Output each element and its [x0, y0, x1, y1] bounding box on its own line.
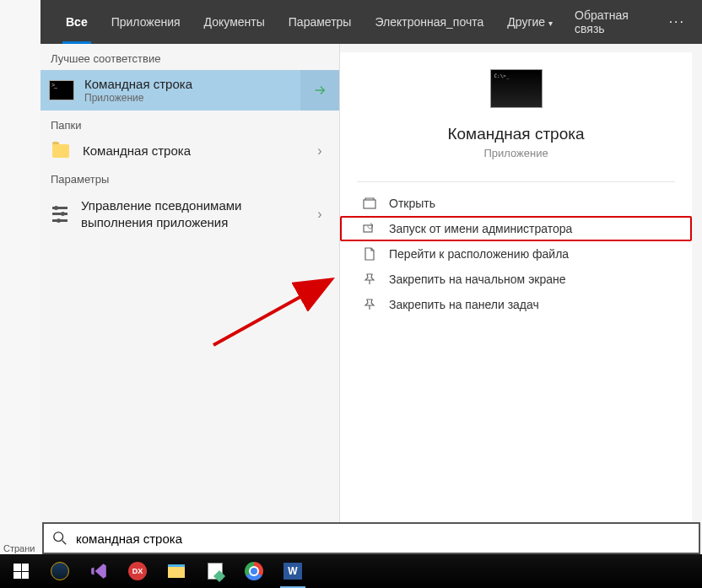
admin-shield-icon — [362, 222, 377, 235]
result-alias-settings[interactable]: Управление псевдонимами выполнения прило… — [40, 191, 339, 237]
action-pin-start[interactable]: Закрепить на начальном экране — [340, 267, 692, 292]
taskbar-app-word[interactable]: W — [273, 554, 312, 588]
tab-other[interactable]: Другие — [495, 0, 564, 44]
result-title: Управление псевдонимами выполнения прило… — [81, 197, 284, 230]
svg-line-4 — [62, 541, 67, 545]
result-folder-cmd[interactable]: Командная строка › — [40, 137, 339, 165]
section-best-match: Лучшее соответствие — [40, 44, 339, 70]
section-parameters: Параметры — [40, 165, 339, 191]
cmd-large-icon — [490, 69, 543, 108]
word-icon: W — [284, 563, 302, 580]
action-label: Закрепить на начальном экране — [389, 272, 566, 286]
preview-pane: Командная строка Приложение Открыть Запу… — [340, 52, 692, 544]
search-results-panel: Лучшее соответствие Командная строка При… — [40, 44, 702, 554]
action-label: Перейти к расположению файла — [389, 247, 569, 261]
action-pin-taskbar[interactable]: Закрепить на панели задач — [340, 292, 692, 317]
tab-documents[interactable]: Документы — [192, 0, 277, 44]
preview-subtitle: Приложение — [357, 147, 675, 182]
start-button[interactable] — [2, 554, 40, 588]
taskbar-app-chrome[interactable] — [235, 554, 273, 588]
results-list-column: Лучшее соответствие Командная строка При… — [40, 44, 340, 554]
pin-taskbar-icon — [362, 298, 377, 311]
svg-point-3 — [54, 532, 63, 542]
result-cmd-app[interactable]: Командная строка Приложение — [40, 70, 339, 111]
taskbar-app-notepad[interactable] — [196, 554, 235, 588]
taskbar-app-dx[interactable]: DX — [118, 554, 157, 588]
tab-apps[interactable]: Приложения — [100, 0, 192, 44]
action-open[interactable]: Открыть — [340, 191, 692, 216]
result-subtitle: Приложение — [84, 92, 192, 104]
search-icon — [52, 531, 68, 546]
action-list: Открыть Запуск от имени администратора П… — [340, 182, 692, 326]
explorer-icon — [168, 564, 185, 578]
search-category-tabs: Все Приложения Документы Параметры Элект… — [40, 0, 702, 44]
taskbar-app-visualstudio[interactable] — [79, 554, 118, 588]
chrome-icon — [245, 562, 263, 580]
chevron-right-icon[interactable]: › — [300, 137, 339, 165]
app-icon — [51, 562, 69, 580]
vs-icon — [89, 562, 108, 580]
preview-title: Командная строка — [340, 125, 692, 143]
feedback-link[interactable]: Обратная связь — [564, 8, 661, 35]
action-label: Закрепить на панели задач — [389, 298, 539, 311]
taskbar: DX W — [0, 554, 702, 588]
dx-icon: DX — [128, 562, 147, 580]
tab-all[interactable]: Все — [54, 0, 100, 44]
result-title: Командная строка — [83, 143, 191, 158]
search-input[interactable] — [76, 531, 690, 546]
action-run-as-admin[interactable]: Запуск от имени администратора — [340, 216, 692, 241]
section-folders: Папки — [40, 111, 339, 137]
background-page-word: Страни — [3, 543, 35, 553]
tab-settings[interactable]: Параметры — [277, 0, 364, 44]
action-label: Запуск от имени администратора — [389, 222, 572, 235]
action-open-file-location[interactable]: Перейти к расположению файла — [340, 241, 692, 267]
more-options-button[interactable]: ··· — [661, 14, 694, 30]
open-icon — [362, 197, 377, 210]
tab-email[interactable]: Электронная_почта — [363, 0, 495, 44]
sliders-icon — [52, 207, 68, 222]
windows-logo-icon — [14, 564, 29, 579]
taskbar-app-explorer[interactable] — [157, 554, 196, 588]
notepad-icon — [208, 563, 223, 580]
chevron-right-icon[interactable]: › — [300, 191, 339, 237]
taskbar-app-1[interactable] — [40, 554, 79, 588]
cmd-icon — [49, 80, 74, 100]
folder-icon — [52, 144, 69, 158]
action-label: Открыть — [389, 197, 435, 210]
page-left-margin: Страни — [0, 0, 40, 557]
preview-icon-wrap — [340, 69, 692, 108]
expand-arrow-icon[interactable] — [300, 70, 339, 111]
file-location-icon — [362, 247, 377, 261]
pin-start-icon — [362, 272, 377, 286]
search-input-bar[interactable] — [42, 522, 700, 554]
result-title: Командная строка — [84, 77, 192, 91]
svg-rect-0 — [364, 200, 375, 208]
